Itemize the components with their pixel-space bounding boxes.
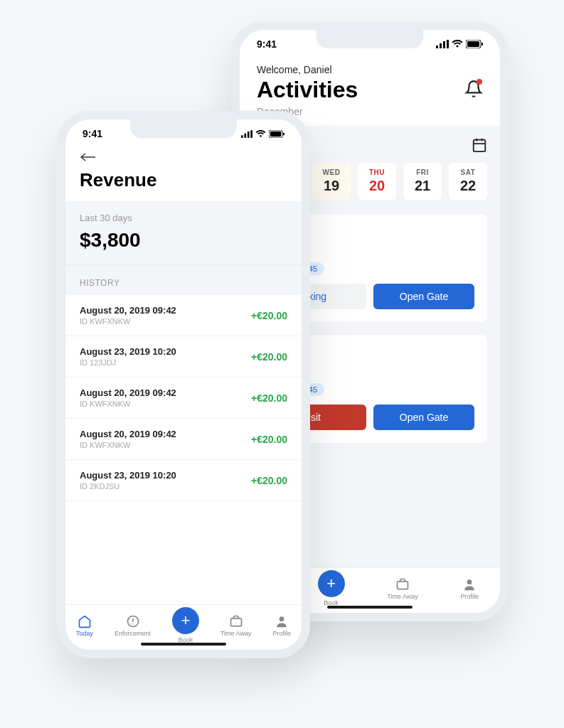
status-time: 9:41: [83, 128, 102, 139]
history-row[interactable]: August 23, 2019 10:20 ID 123JDJ +€20.00: [65, 336, 302, 378]
amount: +€20.00: [251, 310, 287, 321]
phone-revenue: 9:41 Revenue Last 30 days $3,800 HIS: [57, 111, 310, 658]
day-sat[interactable]: SAT 22: [449, 163, 487, 200]
person-icon: [462, 577, 477, 592]
summary-label: Last 30 days: [80, 213, 287, 223]
status-indicators: [436, 40, 483, 48]
day-wed[interactable]: WED 19: [312, 163, 351, 200]
tab-timeaway[interactable]: Time Away: [387, 577, 418, 600]
svg-rect-2: [443, 41, 445, 48]
welcome-text: Welcome, Daniel: [257, 64, 483, 75]
amount: +€20.00: [251, 351, 287, 363]
svg-rect-16: [250, 130, 252, 138]
day-thu[interactable]: THU 20: [358, 163, 396, 200]
back-button[interactable]: [80, 152, 287, 165]
day-fri[interactable]: FRI 21: [403, 163, 442, 200]
history-row[interactable]: August 20, 2019 09:42 ID KWFXNKW +€20.00: [65, 378, 302, 419]
svg-point-25: [280, 616, 284, 621]
status-time: 9:41: [257, 38, 277, 50]
wifi-icon: [452, 40, 463, 48]
open-gate-button[interactable]: Open Gate: [373, 405, 474, 430]
plus-icon: +: [172, 607, 199, 634]
signal-icon: [436, 40, 449, 48]
status-indicators: [241, 130, 284, 138]
tab-book[interactable]: + Book: [318, 570, 345, 606]
plus-icon: +: [318, 570, 345, 597]
amount: +€20.00: [251, 392, 287, 404]
svg-rect-5: [467, 41, 479, 47]
battery-icon: [466, 40, 483, 48]
svg-rect-18: [270, 131, 282, 136]
history-row[interactable]: August 20, 2019 09:42 ID KWFXNKW +€20.00: [65, 295, 302, 336]
briefcase-icon: [229, 614, 243, 628]
history-row[interactable]: August 20, 2019 09:42 ID KWFXNKW +€20.00: [65, 419, 302, 460]
home-indicator[interactable]: [327, 606, 413, 609]
wifi-icon: [255, 130, 266, 138]
tab-enforcement[interactable]: Enforcement: [115, 614, 151, 637]
tab-today[interactable]: Today: [76, 614, 93, 637]
svg-rect-1: [440, 43, 442, 48]
tab-profile[interactable]: Profile: [461, 577, 479, 600]
notch: [316, 30, 423, 48]
notification-dot: [477, 79, 482, 85]
alert-icon: [126, 614, 140, 628]
history-list: August 20, 2019 09:42 ID KWFXNKW +€20.00…: [65, 295, 302, 604]
svg-rect-0: [436, 46, 438, 48]
history-row[interactable]: August 23, 2019 10:20 ID 2KDJSU +€20.00: [65, 460, 302, 501]
svg-rect-7: [474, 140, 486, 152]
revenue-summary: Last 30 days $3,800: [65, 201, 302, 265]
page-title: Revenue: [80, 169, 287, 191]
svg-rect-6: [481, 43, 483, 46]
history-heading: HISTORY: [65, 265, 302, 295]
open-gate-button[interactable]: Open Gate: [373, 284, 474, 309]
tab-timeaway[interactable]: Time Away: [220, 614, 252, 637]
summary-amount: $3,800: [80, 229, 287, 252]
svg-rect-11: [398, 581, 408, 589]
calendar-button[interactable]: [472, 137, 487, 156]
arrow-left-icon: [80, 152, 97, 162]
svg-point-23: [132, 623, 134, 624]
notch: [130, 119, 237, 138]
svg-rect-24: [230, 618, 241, 626]
svg-rect-14: [244, 133, 246, 137]
page-title: Activities: [257, 77, 358, 103]
svg-rect-15: [248, 131, 250, 137]
battery-icon: [269, 130, 284, 138]
tab-book[interactable]: + Book: [172, 607, 199, 643]
home-icon: [78, 614, 92, 628]
calendar-icon: [472, 137, 487, 153]
amount: +€20.00: [251, 475, 287, 486]
svg-rect-3: [447, 40, 449, 48]
svg-point-12: [467, 579, 472, 584]
signal-icon: [241, 130, 252, 138]
svg-rect-13: [241, 135, 243, 138]
person-icon: [275, 614, 289, 628]
amount: +€20.00: [251, 434, 287, 445]
home-indicator[interactable]: [141, 643, 226, 646]
briefcase-icon: [395, 577, 410, 592]
svg-rect-19: [283, 132, 284, 135]
tab-profile[interactable]: Profile: [272, 614, 291, 637]
notifications-button[interactable]: [464, 80, 483, 101]
